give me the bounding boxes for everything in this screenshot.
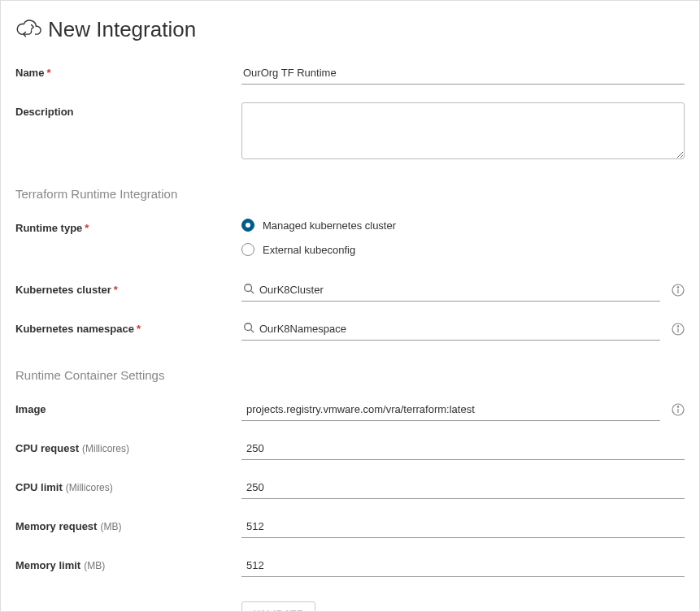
radio-icon <box>241 219 254 232</box>
name-label: Name <box>15 67 44 79</box>
radio-managed-kubernetes[interactable]: Managed kubernetes cluster <box>241 219 396 232</box>
required-indicator: * <box>137 323 141 335</box>
required-indicator: * <box>114 284 118 296</box>
cpu-request-unit: (Millicores) <box>82 443 129 454</box>
memory-limit-row: Memory limit(MB) <box>15 556 685 577</box>
description-label: Description <box>15 106 74 118</box>
image-row: Image <box>15 400 685 421</box>
memory-request-label: Memory request <box>15 520 97 532</box>
memory-request-input[interactable] <box>241 517 685 538</box>
cpu-limit-row: CPU limit(Millicores) <box>15 478 685 499</box>
kubernetes-cluster-label: Kubernetes cluster <box>15 284 111 296</box>
svg-point-9 <box>677 325 678 326</box>
info-icon[interactable] <box>672 284 685 299</box>
cpu-limit-unit: (Millicores) <box>66 482 113 493</box>
memory-limit-unit: (MB) <box>84 560 105 571</box>
name-input[interactable] <box>241 63 685 85</box>
cpu-request-input[interactable] <box>241 439 685 460</box>
radio-managed-label: Managed kubernetes cluster <box>263 219 396 232</box>
cpu-request-row: CPU request(Millicores) <box>15 439 685 460</box>
description-input[interactable] <box>241 102 685 159</box>
memory-request-unit: (MB) <box>100 521 121 532</box>
validate-row: Validate <box>15 595 685 612</box>
kubernetes-namespace-row: Kubernetes namespace* <box>15 319 685 341</box>
memory-limit-label: Memory limit <box>15 559 80 571</box>
cpu-request-label: CPU request <box>15 442 79 454</box>
kubernetes-cluster-row: Kubernetes cluster* <box>15 280 685 302</box>
kubernetes-namespace-input[interactable] <box>241 319 660 341</box>
required-indicator: * <box>46 67 50 79</box>
memory-limit-input[interactable] <box>241 556 685 577</box>
required-indicator: * <box>85 222 89 234</box>
cpu-limit-label: CPU limit <box>15 481 63 493</box>
page-header: New Integration <box>15 17 685 42</box>
radio-external-label: External kubeconfig <box>263 244 355 256</box>
cpu-limit-input[interactable] <box>241 478 685 499</box>
description-row: Description <box>15 102 685 159</box>
image-label: Image <box>15 403 46 415</box>
section-terraform-runtime: Terraform Runtime Integration <box>15 187 685 201</box>
runtime-type-row: Runtime type* Managed kubernetes cluster… <box>15 219 685 256</box>
svg-point-4 <box>677 286 678 287</box>
validate-button[interactable]: Validate <box>241 601 315 612</box>
radio-external-kubeconfig[interactable]: External kubeconfig <box>241 243 396 256</box>
runtime-type-radio-group: Managed kubernetes cluster External kube… <box>241 219 396 256</box>
runtime-type-label: Runtime type <box>15 222 82 234</box>
image-input[interactable] <box>241 400 660 421</box>
memory-request-row: Memory request(MB) <box>15 517 685 538</box>
name-row: Name* <box>15 63 685 85</box>
info-icon[interactable] <box>672 403 685 419</box>
radio-icon <box>241 243 254 256</box>
section-runtime-container: Runtime Container Settings <box>15 368 685 382</box>
page-title: New Integration <box>48 17 196 42</box>
kubernetes-namespace-label: Kubernetes namespace <box>15 323 134 335</box>
cloud-integration-icon <box>15 18 41 41</box>
info-icon[interactable] <box>672 323 685 338</box>
kubernetes-cluster-input[interactable] <box>241 280 660 302</box>
svg-point-12 <box>677 406 678 406</box>
